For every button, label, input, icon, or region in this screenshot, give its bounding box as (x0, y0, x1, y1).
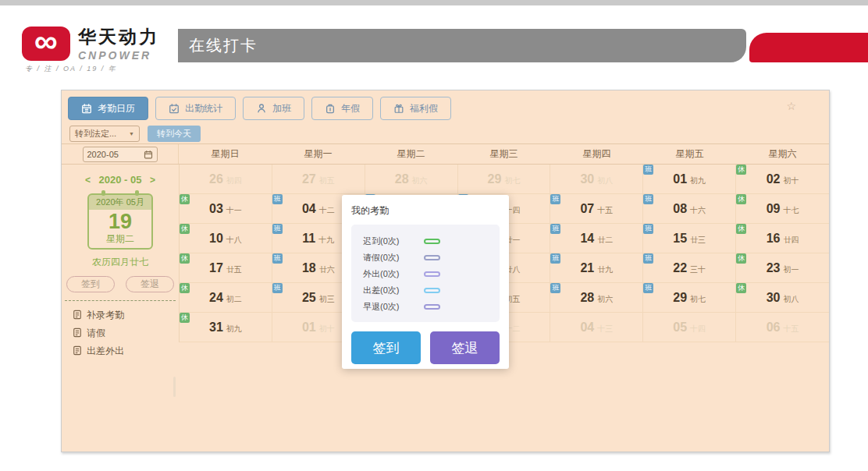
rest-badge: 休 (736, 165, 746, 175)
tab-annual-leave[interactable]: 年假 (311, 97, 373, 120)
cell-day: 04 (302, 202, 316, 216)
calendar-cell[interactable]: 休16廿四 (736, 224, 829, 253)
work-badge: 班 (550, 283, 560, 293)
calendar-cell[interactable]: 27初五 (272, 165, 365, 194)
stat-pill (424, 255, 440, 260)
calendar-cell[interactable]: 休23初一 (736, 253, 829, 283)
next-month-arrow[interactable]: > (144, 175, 161, 186)
calendar-cell[interactable]: 28初六 (365, 165, 458, 194)
checkin-button[interactable]: 签到 (351, 331, 421, 364)
weekday-label: 星期二 (365, 144, 457, 164)
menu-item-label: 请假 (87, 327, 105, 340)
favorite-star-icon[interactable]: ☆ (786, 100, 796, 112)
calendar-cell[interactable]: 班08十六 (643, 194, 736, 224)
cell-lunar: 初八 (597, 175, 613, 186)
cell-lunar: 十五 (783, 324, 799, 335)
calendar-cell[interactable]: 30初八 (550, 165, 643, 194)
sidebar-checkout-button[interactable]: 签退 (126, 276, 174, 292)
calendar-cell[interactable]: 班29初七 (643, 283, 736, 313)
stat-label: 外出(0次) (363, 268, 411, 280)
checkout-button[interactable]: 签退 (430, 331, 500, 364)
cell-lunar: 十九 (318, 235, 334, 246)
cell-day: 08 (673, 202, 687, 216)
work-badge: 班 (550, 253, 560, 264)
calendar-cell[interactable]: 04十三 (550, 313, 643, 342)
calendar-cell[interactable]: 班28初六 (550, 283, 643, 313)
cell-day: 22 (673, 261, 687, 275)
tab-attendance-stats[interactable]: 出勤统计 (155, 97, 236, 120)
work-badge: 班 (272, 194, 283, 204)
calendar-cell[interactable]: 休09十七 (736, 194, 829, 224)
calendar-cell[interactable]: 休31初九 (180, 313, 272, 342)
top-strip (0, 0, 868, 5)
cell-day: 28 (580, 291, 594, 305)
cell-lunar: 廿三 (690, 235, 706, 246)
sidebar-item-leave[interactable]: 请假 (73, 324, 179, 342)
cell-day: 03 (209, 202, 223, 216)
calendar-cell[interactable]: 班01初九 (643, 165, 736, 194)
cell-lunar: 初五 (319, 175, 335, 186)
lunar-date-label: 农历四月廿七 (62, 256, 179, 269)
today-card-day: 19 (89, 211, 151, 232)
calendar-cell[interactable]: 休10十八 (180, 224, 272, 253)
weekday-label: 星期六 (736, 144, 829, 164)
calendar-cell[interactable]: 班21廿九 (550, 253, 643, 283)
tab-welfare-leave[interactable]: 福利假 (380, 97, 451, 120)
document-icon (73, 328, 82, 340)
work-badge: 班 (643, 194, 653, 204)
month-navigation: < 2020 - 05 > (62, 174, 179, 186)
calendar-cell[interactable]: 班07十五 (550, 194, 643, 224)
calendar-cell[interactable]: 班14廿二 (550, 224, 643, 253)
prev-month-arrow[interactable]: < (80, 175, 96, 186)
cell-lunar: 十六 (690, 205, 706, 216)
calendar-cell[interactable]: 29初七 (458, 165, 551, 194)
cell-day: 30 (767, 291, 781, 305)
cell-lunar: 廿九 (597, 264, 613, 275)
weekday-header: 星期日星期一星期二星期三星期四星期五星期六 (179, 144, 829, 164)
menu-item-label: 补录考勤 (87, 309, 124, 322)
work-badge: 班 (643, 165, 653, 175)
rest-badge: 休 (736, 194, 746, 204)
work-badge: 班 (272, 224, 283, 234)
stat-pill (424, 288, 440, 293)
cell-day: 01 (302, 320, 316, 335)
calendar-cell[interactable]: 休30初八 (736, 283, 829, 313)
cell-lunar: 廿二 (597, 235, 613, 246)
stat-label: 请假(0次) (363, 252, 411, 264)
calendar-cell[interactable]: 休24初二 (180, 283, 272, 313)
cell-lunar: 十四 (690, 324, 706, 335)
goto-holiday-select[interactable]: 转到法定... ▼ (69, 126, 140, 142)
tab-overtime[interactable]: 加班 (243, 97, 304, 120)
page-title: 在线打卡 (178, 35, 258, 56)
month-nav-label: 2020 - 05 (99, 174, 142, 186)
sidebar-checkin-button[interactable]: 签到 (66, 276, 115, 292)
cell-day: 26 (209, 172, 223, 186)
calendar-cell[interactable]: 班15廿三 (643, 224, 736, 253)
cell-day: 30 (580, 172, 594, 186)
calendar-cell[interactable]: 班22三十 (643, 253, 736, 283)
calendar-cell[interactable]: 26初四 (180, 165, 272, 194)
cell-lunar: 十二 (319, 205, 335, 216)
calendar-cell[interactable]: 休03十一 (180, 194, 272, 224)
goto-today-button[interactable]: 转到今天 (148, 126, 201, 142)
cell-day: 23 (767, 261, 781, 275)
cell-day: 28 (395, 172, 409, 186)
sidebar-item-supplement-attendance[interactable]: 补录考勤 (73, 306, 179, 324)
sidebar-item-business-trip[interactable]: 出差外出 (73, 342, 179, 360)
cell-lunar: 十七 (783, 205, 799, 216)
weekday-label: 星期日 (179, 144, 272, 164)
brand-subtitle: CNPOWER (78, 49, 159, 62)
weekday-label: 星期五 (643, 144, 736, 164)
calendar-cell[interactable]: 休17廿五 (180, 253, 272, 283)
calendar-cell[interactable]: 06十五 (736, 313, 829, 342)
calendar-cell[interactable]: 休02初十 (736, 165, 829, 194)
cnpower-infinity-logo-icon: ∞ (22, 27, 70, 61)
tab-attendance-calendar[interactable]: 考勤日历 (68, 97, 148, 120)
cell-lunar: 初十 (783, 175, 799, 186)
calendar-header-row: 2020-05 星期日星期一星期二星期三星期四星期五星期六 (62, 143, 829, 165)
calendar-cell[interactable]: 05十四 (643, 313, 736, 342)
month-input[interactable]: 2020-05 (83, 147, 158, 162)
cell-day: 02 (767, 172, 781, 186)
scrollbar[interactable] (173, 377, 176, 397)
divider (65, 300, 176, 301)
